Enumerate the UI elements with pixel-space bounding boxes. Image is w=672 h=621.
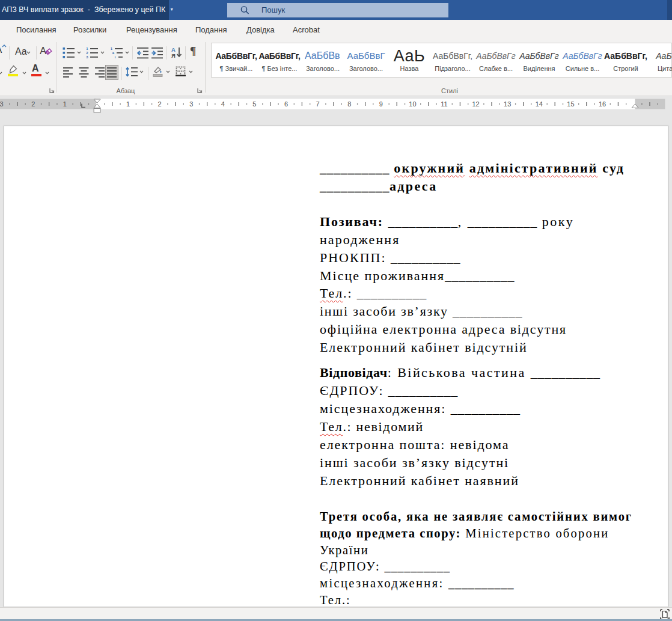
svg-text:14: 14 (536, 100, 543, 108)
svg-text:1: 1 (86, 47, 88, 50)
svg-text:1: 1 (63, 100, 67, 108)
svg-text:2: 2 (158, 100, 162, 108)
svg-text:6: 6 (284, 100, 288, 108)
svg-text:8: 8 (347, 100, 351, 108)
svg-text:3: 3 (86, 55, 88, 59)
svg-text:2: 2 (31, 100, 35, 108)
svg-text:4: 4 (221, 100, 225, 108)
svg-text:9: 9 (379, 100, 383, 108)
svg-text:15: 15 (567, 100, 574, 108)
svg-text:13: 13 (504, 100, 511, 108)
svg-text:А: А (171, 46, 176, 53)
svg-text:i: i (115, 55, 116, 59)
svg-text:16: 16 (599, 100, 606, 108)
svg-text:3: 3 (189, 100, 193, 108)
svg-text:a: a (112, 51, 115, 55)
svg-text:3: 3 (0, 100, 4, 108)
svg-text:11: 11 (441, 100, 447, 108)
svg-text:7: 7 (316, 100, 320, 108)
svg-text:2: 2 (86, 51, 88, 55)
svg-text:Я: Я (171, 52, 176, 59)
svg-text:5: 5 (252, 100, 256, 108)
svg-text:1: 1 (111, 47, 113, 50)
svg-text:12: 12 (472, 100, 479, 108)
svg-text:A: A (40, 46, 46, 56)
svg-text:1: 1 (126, 100, 130, 108)
svg-text:10: 10 (409, 100, 416, 108)
